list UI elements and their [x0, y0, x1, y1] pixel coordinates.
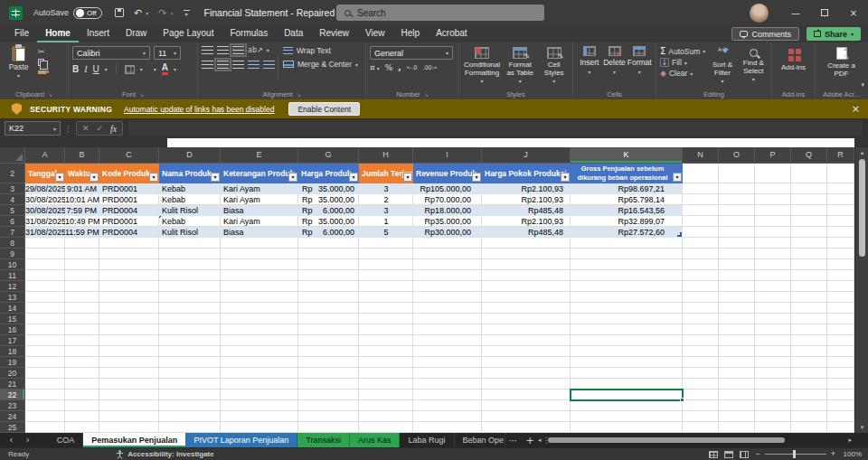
cell-h5[interactable]: 3: [359, 205, 413, 216]
column-header-n[interactable]: N: [683, 147, 719, 164]
cell-h7[interactable]: 5: [359, 227, 413, 238]
ribbon-tab-formulas[interactable]: Formulas: [222, 25, 276, 42]
filter-button[interactable]: ▾: [561, 173, 570, 182]
cell-a6[interactable]: 31/08/2025: [25, 216, 65, 227]
cell-g7[interactable]: Rp6.000,00: [298, 227, 359, 238]
column-header-d[interactable]: D: [159, 147, 221, 164]
column-header-b[interactable]: B: [65, 147, 99, 164]
sheet-tab-arus-kas[interactable]: Arus Kas: [350, 433, 401, 447]
delete-cells-button[interactable]: ✕ Delete▾: [602, 46, 627, 88]
row-header-11[interactable]: 11: [0, 270, 25, 281]
row-header-5[interactable]: 5: [0, 205, 25, 216]
column-header-j[interactable]: J: [482, 147, 571, 164]
font-color-icon[interactable]: A: [162, 63, 168, 75]
ribbon-tab-file[interactable]: File: [6, 25, 37, 42]
cell-j3[interactable]: Rp2.100,93: [482, 183, 571, 194]
security-warning-link[interactable]: Automatic update of links has been disab…: [124, 105, 274, 114]
insert-cells-button[interactable]: Insert▾: [577, 46, 602, 88]
cell-i3[interactable]: Rp105.000,00: [413, 183, 482, 194]
row-header-6[interactable]: 6: [0, 216, 25, 227]
copy-icon[interactable]: [38, 59, 44, 66]
column-header-g[interactable]: G: [298, 147, 359, 164]
increase-indent-icon[interactable]: [263, 61, 275, 69]
cell-i4[interactable]: Rp70.000,00: [413, 194, 482, 205]
filter-button[interactable]: ▾: [673, 173, 682, 182]
cell-i7[interactable]: Rp30.000,00: [413, 227, 482, 238]
table-header-keterangan-produk[interactable]: Keterangan Produk▾: [221, 164, 298, 183]
row-header-9[interactable]: 9: [0, 249, 25, 259]
cell-c6[interactable]: PRD0001: [99, 216, 159, 227]
find-select-button[interactable]: Find & Select▾: [740, 46, 768, 88]
cell-a7[interactable]: 31/08/2025: [25, 227, 65, 238]
row-header-3[interactable]: 3: [0, 183, 25, 194]
sheet-tab-laba-rugi[interactable]: Laba Rugi: [400, 433, 454, 447]
ribbon-tab-page-layout[interactable]: Page Layout: [155, 25, 222, 42]
select-all-button[interactable]: [0, 147, 25, 164]
paste-button[interactable]: Paste ▾: [4, 46, 33, 88]
autosave-toggle[interactable]: Off: [73, 7, 102, 19]
align-top-icon[interactable]: [202, 46, 213, 54]
zoom-level[interactable]: 100%: [842, 450, 862, 458]
cell-a3[interactable]: 29/08/2025: [25, 183, 65, 194]
format-cells-button[interactable]: Format▾: [627, 46, 652, 88]
cell-i6[interactable]: Rp35.000,00: [413, 216, 482, 227]
name-box-divider[interactable]: ⋮: [64, 124, 72, 133]
add-sheet-icon[interactable]: +: [526, 435, 534, 446]
cell-c4[interactable]: PRD0001: [99, 194, 159, 205]
insert-function-icon[interactable]: fx: [110, 124, 117, 134]
autosum-button[interactable]: ΣAutoSum▾: [660, 46, 705, 56]
table-header-kode-produk[interactable]: Kode Produk▾: [99, 164, 159, 183]
name-box-dropdown-icon[interactable]: ▾: [53, 126, 56, 132]
cell-h3[interactable]: 3: [359, 183, 413, 194]
zoom-slider[interactable]: − +: [755, 450, 835, 458]
share-dropdown-icon[interactable]: ▾: [851, 31, 854, 37]
row-header-16[interactable]: 16: [0, 324, 25, 335]
row-header-24[interactable]: 24: [0, 411, 25, 422]
alignment-dialog-launcher-icon[interactable]: ↘: [297, 91, 301, 98]
cancel-icon[interactable]: ✕: [82, 124, 90, 133]
table-header-revenue-produk[interactable]: Revenue Produk▾: [413, 164, 482, 183]
zoom-out-icon[interactable]: −: [755, 450, 760, 458]
row-header-20[interactable]: 20: [0, 368, 25, 379]
customize-toolbar-icon[interactable]: ▾: [184, 10, 190, 16]
align-bottom-icon[interactable]: [232, 46, 244, 54]
undo-dropdown-icon[interactable]: ▾: [146, 10, 148, 16]
increase-decimal-icon[interactable]: ←.0: [407, 64, 418, 71]
excel-app-icon[interactable]: [9, 6, 23, 20]
sheet-nav-right-icon[interactable]: ›: [25, 434, 29, 446]
comma-style-icon[interactable]: ,: [398, 63, 401, 72]
cell-i5[interactable]: Rp18.000,00: [413, 205, 482, 216]
formula-bar-extension-field[interactable]: [167, 138, 854, 147]
cut-icon[interactable]: ✂: [38, 48, 45, 56]
row-header-23[interactable]: 23: [0, 400, 25, 411]
column-header-k[interactable]: K: [571, 147, 683, 164]
page-layout-view-icon[interactable]: [724, 451, 733, 458]
ribbon-tab-view[interactable]: View: [357, 25, 393, 42]
horizontal-scrollbar-thumb[interactable]: [548, 437, 785, 443]
cell-g3[interactable]: Rp35.000,00: [298, 183, 359, 194]
cell-a5[interactable]: 30/08/2025: [25, 205, 65, 216]
font-name-select[interactable]: Calibri▾: [72, 46, 150, 60]
name-box[interactable]: K22 ▾: [5, 121, 61, 136]
wrap-text-button[interactable]: Wrap Text: [283, 46, 358, 55]
share-button[interactable]: Share ▾: [807, 27, 861, 41]
normal-view-icon[interactable]: [709, 451, 718, 458]
comments-button[interactable]: Comments: [731, 27, 799, 41]
fill-handle[interactable]: [680, 398, 684, 402]
zoom-in-icon[interactable]: +: [831, 450, 835, 458]
font-size-select[interactable]: 11▾: [154, 46, 181, 60]
filter-button[interactable]: ▾: [403, 173, 412, 182]
cell-b5[interactable]: 7:59 PM: [65, 205, 99, 216]
table-header-harga-produk[interactable]: Harga Produk▾: [298, 164, 359, 183]
cell-e4[interactable]: Kari Ayam: [221, 194, 298, 205]
row-header-10[interactable]: 10: [0, 259, 25, 270]
column-header-e[interactable]: E: [221, 147, 298, 164]
vertical-scrollbar[interactable]: ▴ ▾: [854, 147, 868, 433]
cell-e7[interactable]: Biasa: [221, 227, 298, 238]
table-header-gross-penjualan-sebelum-dikurang-beban-operasional[interactable]: Gross Penjualan sebelum dikurang beban o…: [571, 164, 683, 183]
sheet-nav-left-icon[interactable]: ‹: [9, 434, 13, 446]
merge-center-button[interactable]: Merge & Center▾: [283, 60, 358, 69]
selected-cell-k22[interactable]: [570, 389, 684, 401]
cell-k7[interactable]: Rp27.572,60: [571, 227, 683, 238]
scroll-down-icon[interactable]: ▾: [855, 424, 868, 431]
